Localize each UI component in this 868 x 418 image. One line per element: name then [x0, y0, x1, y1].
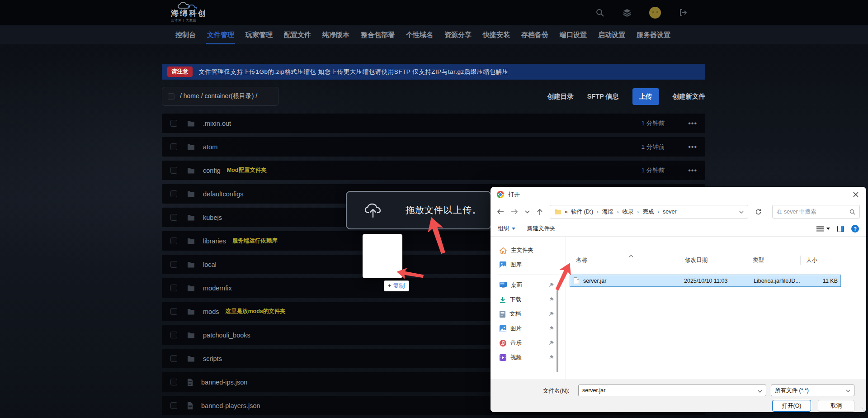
sidebar-item-gallery[interactable]: 图库: [491, 257, 566, 272]
row-checkbox[interactable]: [170, 238, 177, 244]
sidebar-item-pictures[interactable]: 图片: [491, 321, 566, 336]
sidebar-item-home[interactable]: 主文件夹: [491, 243, 566, 257]
chevron-down-icon[interactable]: [739, 209, 744, 215]
sftp-info-button[interactable]: SFTP 信息: [587, 92, 619, 101]
row-menu-icon[interactable]: •••: [688, 143, 697, 151]
sidebar-item-videos[interactable]: 视频: [491, 350, 566, 365]
logout-icon[interactable]: [678, 8, 688, 18]
address-segment[interactable]: sever: [663, 209, 677, 215]
recent-chevron-icon[interactable]: [525, 210, 530, 214]
organize-button[interactable]: 组织: [498, 225, 515, 233]
user-avatar[interactable]: [649, 7, 661, 19]
row-checkbox[interactable]: [170, 143, 177, 150]
filename-input[interactable]: [582, 387, 758, 394]
row-checkbox[interactable]: [170, 167, 177, 174]
dialog-file-row-selected[interactable]: server.jar 2025/10/10 11:03 Liberica.jar…: [570, 275, 841, 287]
tab-console[interactable]: 控制台: [175, 25, 197, 44]
address-segment[interactable]: 完成: [642, 208, 654, 216]
row-checkbox[interactable]: [170, 332, 177, 338]
tab-backup[interactable]: 存档备份: [520, 25, 549, 44]
dialog-file-name: server.jar: [583, 278, 606, 284]
filetype-select[interactable]: 所有文件 (*.*): [771, 385, 854, 396]
dialog-file-list: 名称 修改日期 类型 大小 server.jar 2025/10/10 11:0…: [566, 237, 866, 380]
tab-player-manager[interactable]: 玩家管理: [245, 25, 274, 44]
tab-custom-domain[interactable]: 个性域名: [405, 25, 434, 44]
tab-file-manager[interactable]: 文件管理: [206, 25, 235, 44]
list-view-icon: [816, 226, 824, 232]
row-menu-icon[interactable]: •••: [688, 119, 697, 128]
address-separator: ›: [657, 209, 660, 214]
plus-icon: +: [388, 282, 392, 289]
tab-vanilla-version[interactable]: 纯净版本: [321, 25, 350, 44]
row-checkbox[interactable]: [170, 402, 177, 409]
sidebar-scrollbar[interactable]: [557, 290, 558, 372]
file-row[interactable]: config Mod配置文件夹 1 分钟前 •••: [162, 161, 705, 180]
folder-icon: [187, 261, 195, 268]
row-menu-icon[interactable]: •••: [688, 166, 697, 175]
column-date[interactable]: 修改日期: [683, 256, 748, 265]
pin-icon: [549, 297, 554, 302]
open-button[interactable]: 打开(O): [772, 400, 811, 412]
sidebar-item-downloads[interactable]: 下载: [491, 292, 566, 307]
preview-pane-icon[interactable]: [837, 226, 844, 232]
refresh-icon[interactable]: [755, 209, 762, 215]
folder-icon: [187, 285, 195, 291]
tab-config-files[interactable]: 配置文件: [283, 25, 312, 44]
sidebar-label: 图片: [510, 325, 522, 332]
sidebar-item-music[interactable]: 音乐: [491, 336, 566, 350]
forward-icon[interactable]: [511, 209, 518, 215]
pin-icon: [549, 312, 554, 317]
brand-subtitle: 云计算 | 大数据: [171, 18, 230, 23]
up-icon[interactable]: [537, 209, 543, 215]
row-checkbox[interactable]: [170, 355, 177, 362]
address-bar[interactable]: « 软件 (D:) › 海绵 › 收录 › 完成 › sever: [550, 205, 748, 218]
row-checkbox[interactable]: [170, 379, 177, 385]
close-icon[interactable]: [852, 190, 860, 199]
tab-modpack-deploy[interactable]: 整合包部署: [360, 25, 396, 44]
tab-port-settings[interactable]: 端口设置: [559, 25, 588, 44]
upload-button[interactable]: 上传: [632, 88, 659, 105]
filename-field[interactable]: [578, 385, 766, 396]
dialog-search-box[interactable]: [772, 205, 860, 218]
back-icon[interactable]: [497, 209, 504, 215]
file-row[interactable]: .mixin.out 1 分钟前 •••: [162, 114, 705, 133]
row-checkbox[interactable]: [170, 120, 177, 127]
tab-launch-settings[interactable]: 启动设置: [597, 25, 626, 44]
new-folder-button[interactable]: 新建文件夹: [527, 225, 556, 233]
row-checkbox[interactable]: [170, 261, 177, 268]
tab-resource-share[interactable]: 资源分享: [443, 25, 472, 44]
cancel-button[interactable]: 取消: [818, 400, 854, 412]
help-icon[interactable]: ?: [851, 225, 859, 233]
notice-text: 文件管理仅支持上传1Gb的.zip格式压缩包 如您上传更大压缩包请使用SFTP …: [199, 68, 509, 76]
row-checkbox[interactable]: [170, 214, 177, 221]
search-icon[interactable]: [595, 8, 605, 18]
chevron-down-icon[interactable]: [758, 386, 762, 394]
dialog-search-input[interactable]: [777, 209, 849, 215]
column-size[interactable]: 大小: [800, 256, 845, 265]
organize-label: 组织: [498, 225, 509, 233]
address-segment[interactable]: 软件 (D:): [571, 208, 593, 216]
column-headers: 名称 修改日期 类型 大小: [566, 253, 866, 267]
row-checkbox[interactable]: [170, 285, 177, 291]
row-checkbox[interactable]: [170, 308, 177, 315]
sidebar-item-documents[interactable]: 文档: [491, 307, 566, 321]
create-directory-button[interactable]: 创建目录: [547, 92, 574, 101]
top-header: 海绵科创 云计算 | 大数据: [0, 0, 868, 25]
address-segment[interactable]: 海绵: [602, 208, 613, 216]
sidebar-label: 音乐: [510, 339, 522, 347]
row-checkbox[interactable]: [170, 190, 177, 197]
create-file-button[interactable]: 创建新文件: [673, 92, 706, 101]
column-name[interactable]: 名称: [566, 256, 683, 264]
view-mode-button[interactable]: [816, 226, 830, 232]
tab-server-settings[interactable]: 服务器设置: [636, 25, 671, 44]
address-segment[interactable]: 收录: [623, 208, 634, 216]
search-icon: [849, 209, 855, 215]
stack-icon[interactable]: [622, 8, 632, 18]
tab-quick-install[interactable]: 快捷安装: [482, 25, 511, 44]
column-type[interactable]: 类型: [748, 256, 800, 265]
upload-dropzone[interactable]: 拖放文件以上传。: [346, 191, 491, 229]
dialog-titlebar[interactable]: 打开: [491, 187, 866, 202]
file-row[interactable]: atom 1 分钟前 •••: [162, 137, 705, 157]
select-all-checkbox[interactable]: [168, 93, 175, 100]
resize-grip[interactable]: ⋱: [860, 406, 865, 411]
